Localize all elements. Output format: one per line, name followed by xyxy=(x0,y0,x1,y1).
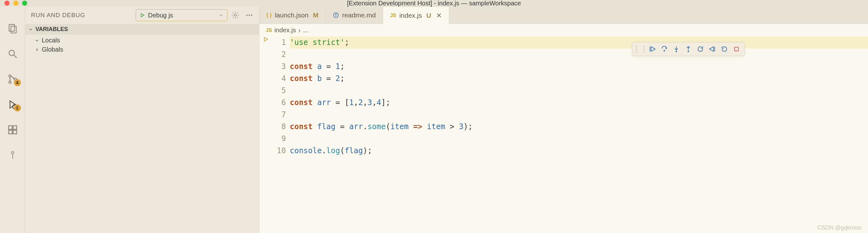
svg-point-28 xyxy=(676,51,677,52)
svg-rect-33 xyxy=(735,47,738,51)
variables-label: VARIABLES xyxy=(35,26,68,33)
gear-icon[interactable] xyxy=(231,11,240,19)
svg-point-26 xyxy=(664,50,665,51)
debug-sidebar: RUN AND DEBUG Debug js xyxy=(25,6,259,233)
chevron-right-icon: › xyxy=(298,27,301,34)
globals-item[interactable]: Globals xyxy=(25,45,259,54)
breadcrumb-rest: ... xyxy=(303,27,308,34)
svg-point-18 xyxy=(249,14,250,16)
code-line[interactable] xyxy=(290,109,868,121)
svg-point-16 xyxy=(235,14,237,17)
more-icon[interactable] xyxy=(245,11,253,19)
line-number: 8 xyxy=(272,121,286,133)
extensions-icon[interactable] xyxy=(6,123,19,136)
code-editor[interactable]: 12345678910 'use strict';const a = 1;con… xyxy=(259,36,868,233)
watermark: CSDN @gqkmiss xyxy=(817,225,862,231)
globals-label: Globals xyxy=(42,46,63,53)
breadcrumb-file: index.js xyxy=(275,27,296,34)
tab-bar: { }launch.jsonMreadme.mdJSindex.jsU✕ xyxy=(259,6,868,24)
stop-button[interactable] xyxy=(731,44,742,54)
tab-launch-json[interactable]: { }launch.jsonM xyxy=(259,6,326,24)
code-line[interactable]: console.log(flag); xyxy=(290,145,868,157)
explorer-icon[interactable] xyxy=(6,22,19,35)
step-out-button[interactable] xyxy=(683,44,694,54)
restart-button[interactable] xyxy=(695,44,706,54)
svg-marker-15 xyxy=(141,13,144,17)
tab-status: M xyxy=(313,11,318,19)
line-number: 4 xyxy=(272,72,286,85)
run-debug-icon[interactable]: 1 xyxy=(6,98,19,111)
svg-marker-32 xyxy=(710,47,714,52)
close-icon[interactable]: ✕ xyxy=(436,12,442,19)
tab-label: launch.json xyxy=(275,11,308,19)
tab-status: U xyxy=(426,12,431,19)
svg-rect-0 xyxy=(9,24,14,31)
debug-config-select[interactable]: Debug js xyxy=(136,9,227,21)
debug-config-label: Debug js xyxy=(148,12,216,19)
variables-section[interactable]: VARIABLES xyxy=(25,24,259,34)
svg-point-2 xyxy=(9,50,14,56)
line-number: 1 xyxy=(272,36,286,49)
js-file-icon: JS xyxy=(266,28,272,33)
svg-marker-23 xyxy=(265,37,268,41)
svg-marker-25 xyxy=(651,47,655,52)
drag-handle-icon[interactable]: ⋮⋮ xyxy=(635,44,646,54)
debug-toolbar: ⋮⋮ xyxy=(632,42,745,56)
titlebar: [Extension Development Host] - index.js … xyxy=(0,0,868,6)
tab-readme-md[interactable]: readme.md xyxy=(326,6,383,24)
tag-icon[interactable] xyxy=(6,149,19,162)
search-icon[interactable] xyxy=(6,48,19,60)
file-icon: { } xyxy=(266,12,272,18)
locals-label: Locals xyxy=(42,37,60,44)
code-line[interactable] xyxy=(290,49,868,60)
sidebar-title: RUN AND DEBUG xyxy=(31,12,132,19)
svg-rect-12 xyxy=(13,130,17,134)
step-back-button[interactable] xyxy=(707,44,718,54)
code-line[interactable]: const b = 2; xyxy=(290,72,868,85)
line-number: 6 xyxy=(272,96,286,109)
source-control-icon[interactable]: 4 xyxy=(6,73,19,85)
current-line-icon xyxy=(263,36,269,42)
maximize-window-icon[interactable] xyxy=(22,1,27,6)
svg-rect-9 xyxy=(8,126,12,129)
play-icon xyxy=(140,13,145,18)
step-into-button[interactable] xyxy=(671,44,682,54)
tab-label: readme.md xyxy=(342,11,376,19)
line-number: 10 xyxy=(272,145,286,157)
tab-index-js[interactable]: JSindex.jsU✕ xyxy=(383,6,449,24)
minimize-window-icon[interactable] xyxy=(13,1,18,6)
svg-point-30 xyxy=(688,51,689,52)
locals-item[interactable]: Locals xyxy=(25,36,259,45)
file-icon: JS xyxy=(390,13,396,18)
window-title: [Extension Development Host] - index.js … xyxy=(347,0,521,7)
svg-line-3 xyxy=(14,55,17,58)
code-line[interactable] xyxy=(290,85,868,96)
code-line[interactable]: const flag = arr.some(item => item > 3); xyxy=(290,121,868,133)
svg-point-4 xyxy=(8,75,11,77)
svg-point-17 xyxy=(246,14,247,16)
continue-button[interactable] xyxy=(647,44,658,54)
line-number: 2 xyxy=(272,49,286,60)
breadcrumb[interactable]: JS index.js › ... xyxy=(259,24,868,36)
svg-point-19 xyxy=(251,14,252,16)
svg-point-13 xyxy=(11,152,14,154)
close-window-icon[interactable] xyxy=(4,1,9,6)
code-line[interactable]: 'use strict'; xyxy=(290,36,868,49)
editor-area: { }launch.jsonMreadme.mdJSindex.jsU✕ JS … xyxy=(259,6,868,233)
svg-rect-10 xyxy=(13,126,17,129)
line-number: 3 xyxy=(272,60,286,72)
svg-rect-1 xyxy=(11,26,16,33)
reverse-button[interactable] xyxy=(719,44,730,54)
line-number: 9 xyxy=(272,133,286,145)
debug-badge: 1 xyxy=(14,105,21,111)
code-line[interactable]: const a = 1; xyxy=(290,60,868,72)
code-line[interactable]: const arr = [1,2,3,4]; xyxy=(290,96,868,109)
activity-bar: 4 1 xyxy=(0,6,25,233)
scm-badge: 4 xyxy=(14,79,21,86)
svg-point-5 xyxy=(8,81,11,83)
step-over-button[interactable] xyxy=(659,44,670,54)
file-icon xyxy=(333,12,339,18)
code-line[interactable] xyxy=(290,133,868,145)
chevron-down-icon xyxy=(219,13,223,18)
line-number: 5 xyxy=(272,85,286,96)
